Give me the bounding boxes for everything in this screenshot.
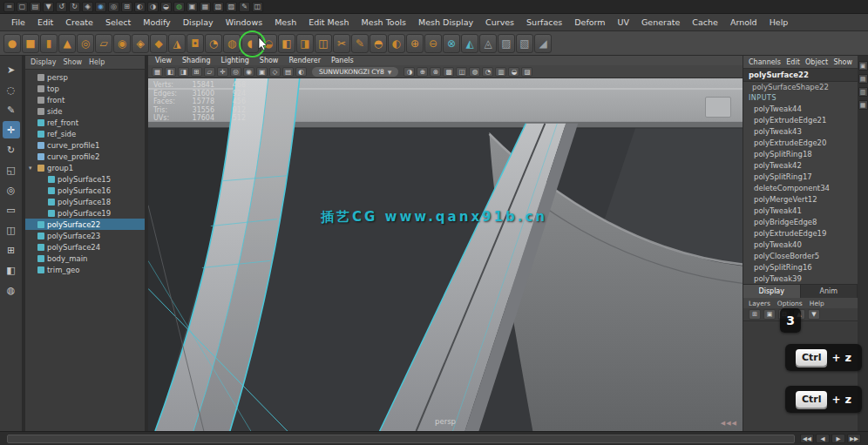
shelf-icon[interactable]: ◢	[534, 34, 552, 53]
viewport-menu-item[interactable]: Show	[260, 57, 279, 64]
viewport-toolbar-icon[interactable]: ◇	[269, 67, 281, 77]
outliner-menu-item[interactable]: Show	[64, 58, 83, 66]
toolbox-tool[interactable]: ➤	[3, 61, 20, 78]
toolbox-tool[interactable]: ✛	[3, 121, 20, 138]
menu-item[interactable]: Generate	[635, 14, 686, 30]
outliner-item[interactable]: ref_front	[25, 117, 145, 128]
channel-entry[interactable]: polyBridgeEdge8	[743, 216, 858, 227]
viewport-toolbar-icon[interactable]: ▱	[204, 67, 215, 77]
channel-entry[interactable]: polyTweak42	[743, 159, 858, 171]
channel-entry[interactable]: polySplitRing18	[743, 148, 858, 159]
toolbox-tool[interactable]: ◎	[3, 181, 20, 199]
camera-selector-dropdown[interactable]: SUNWUKONGZI CY8 ▼	[312, 67, 398, 77]
viewport-toolbar-icon[interactable]: ⊗	[430, 67, 441, 77]
shelf-icon[interactable]: ◨	[296, 34, 314, 53]
shelf-icon[interactable]: ◈	[132, 34, 149, 53]
toolbox-tool[interactable]: ✎	[3, 101, 20, 118]
channel-entry[interactable]: polyTweak41	[743, 205, 858, 216]
shelf-icon[interactable]: ✎	[351, 34, 369, 53]
channel-entry[interactable]: polyTweak39	[743, 273, 858, 284]
channel-entry[interactable]: polySplitRing17	[743, 171, 858, 182]
shelf-icon[interactable]: ◧	[278, 34, 295, 53]
menu-item[interactable]: Edit	[31, 14, 59, 30]
status-line-icon[interactable]: ◍	[173, 2, 185, 12]
shelf-icon[interactable]: ⊗	[443, 34, 460, 53]
status-line-icon[interactable]: ↻	[69, 2, 80, 12]
status-line-icon[interactable]: ▣	[186, 2, 198, 12]
shelf-icon[interactable]: ▲	[58, 34, 76, 53]
viewport-toolbar-icon[interactable]: ◒	[508, 67, 519, 77]
channel-entry[interactable]: polyMergeVert12	[743, 193, 858, 205]
viewport-overlay-button[interactable]	[705, 97, 731, 118]
toolbox-tool[interactable]: ◍	[3, 281, 20, 299]
outliner-menu-item[interactable]: Display	[31, 58, 57, 66]
channel-entry[interactable]: polyExtrudeEdge20	[743, 137, 858, 148]
viewport-toolbar-icon[interactable]: ◉	[243, 67, 254, 77]
viewport-toolbar-icon[interactable]: ▦	[152, 67, 163, 77]
status-line-icon[interactable]: ▤	[30, 2, 41, 12]
shelf-icon[interactable]: ◒	[260, 34, 277, 53]
menu-item[interactable]: Surfaces	[520, 14, 568, 30]
status-line-icon[interactable]: ◎	[108, 2, 119, 12]
viewport-menu-item[interactable]: View	[155, 57, 172, 64]
viewport-toolbar-icon[interactable]: ◨	[178, 67, 189, 77]
shelf-icon[interactable]: ▨	[498, 34, 515, 53]
playback-button[interactable]: ◀◀	[800, 434, 814, 443]
channel-box-menu-item[interactable]: Show	[833, 58, 852, 66]
outliner-item[interactable]: polySurface19	[25, 207, 145, 219]
viewport-toolbar-icon[interactable]: ▨	[521, 67, 532, 77]
menu-item[interactable]: File	[5, 14, 31, 30]
viewport-toolbar-icon[interactable]: ◐	[295, 67, 307, 77]
outliner-item[interactable]: polySurface16	[25, 185, 145, 196]
toolbox-tool[interactable]: ↻	[3, 141, 20, 158]
shelf-icon[interactable]: ◔	[205, 34, 222, 53]
viewport-toolbar-icon[interactable]: ◍	[469, 67, 480, 77]
menu-item[interactable]: Mesh Tools	[356, 14, 412, 30]
shelf-icon[interactable]: ◬	[479, 34, 497, 53]
status-line-icon[interactable]: ↺	[56, 2, 67, 12]
channel-entry[interactable]: polyExtrudeEdge19	[743, 227, 858, 239]
channel-box-shape-name[interactable]: polySurfaceShape22	[743, 82, 858, 92]
viewport-canvas[interactable]: Verts: 15841 468 Edges: 31600 924 Faces:	[148, 78, 743, 431]
outliner-item[interactable]: curve_profile1	[25, 139, 145, 151]
viewport-menu-item[interactable]: Shading	[182, 57, 211, 64]
shelf-icon[interactable]: ◓	[370, 34, 387, 53]
viewport-toolbar-icon[interactable]: ◧	[165, 67, 176, 77]
sidebar-rail-icon[interactable]: ▤	[858, 74, 868, 84]
outliner-item[interactable]: polySurface22	[25, 219, 145, 230]
shelf-icon[interactable]: ⊕	[406, 34, 424, 53]
shelf-icon[interactable]: ■	[22, 34, 39, 53]
outliner-item[interactable]: curve_profile2	[25, 151, 145, 162]
playback-button[interactable]: ◀	[816, 434, 830, 443]
channel-entry[interactable]: polyExtrudeEdge21	[743, 114, 858, 125]
toolbox-tool[interactable]: ◌	[3, 81, 20, 98]
outliner-item[interactable]: top	[25, 83, 145, 94]
status-line-icon[interactable]: ≡	[3, 2, 15, 12]
shelf-icon[interactable]: ▱	[95, 34, 112, 53]
layer-editor-tab[interactable]: Display	[743, 285, 801, 298]
status-line-icon[interactable]: ✎	[239, 2, 250, 12]
channel-box-menu-item[interactable]: Object	[805, 58, 828, 66]
viewport-toolbar-icon[interactable]: ◫	[456, 67, 467, 77]
range-slider[interactable]	[7, 435, 795, 443]
shelf-icon[interactable]: ▮	[40, 34, 58, 53]
layer-editor-menu-item[interactable]: Options	[777, 300, 803, 307]
viewport-toolbar-icon[interactable]: ⊕	[417, 67, 428, 77]
shelf-icon[interactable]: ◆	[150, 34, 167, 53]
status-line-icon[interactable]: ◒	[160, 2, 172, 12]
shelf-icon[interactable]: ⊖	[424, 34, 442, 53]
menu-item[interactable]: Cache	[686, 14, 724, 30]
viewport-menu-item[interactable]: Lighting	[220, 57, 248, 64]
viewport-toolbar-icon[interactable]: ◎	[230, 67, 241, 77]
shelf-icon[interactable]: ●	[3, 34, 21, 53]
menu-item[interactable]: Edit Mesh	[302, 14, 355, 30]
toolbox-tool[interactable]: ◫	[3, 221, 20, 239]
viewport-toolbar-icon[interactable]: ▣	[256, 67, 268, 77]
status-line-icon[interactable]: ⊞	[121, 2, 132, 12]
shelf-icon[interactable]: ◘	[186, 34, 204, 53]
layer-editor-menu-item[interactable]: Layers	[749, 300, 770, 307]
viewport-toolbar-icon[interactable]: ◑	[403, 67, 415, 77]
outliner-item[interactable]: side	[25, 105, 145, 117]
toolbox-tool[interactable]: ◧	[3, 261, 20, 279]
shelf-icon[interactable]: ◎	[77, 34, 94, 53]
